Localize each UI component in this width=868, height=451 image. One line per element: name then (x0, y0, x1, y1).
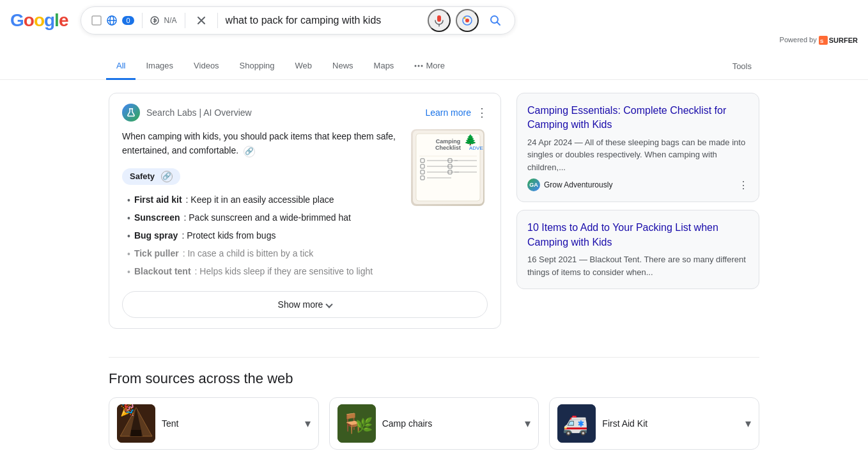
source-thumb-chairs: 🪑 🌿 (337, 404, 376, 443)
na-label: N/A (164, 16, 177, 25)
svg-point-16 (421, 65, 423, 67)
search-divider (142, 13, 143, 28)
checklist-svg: Camping Checklist 🌲 ADVENTUR (413, 131, 483, 204)
ext-checkbox (91, 15, 102, 26)
section-divider (109, 357, 759, 358)
left-column: Search Labs | AI Overview Learn more ⋮ W… (109, 93, 501, 344)
nav-item-images[interactable]: Images (136, 53, 183, 80)
ai-overview-header: Search Labs | AI Overview Learn more ⋮ (122, 104, 488, 122)
more-dots-icon (414, 61, 423, 70)
nav-item-maps[interactable]: Maps (364, 53, 405, 80)
chevron-down-icon (326, 301, 333, 308)
surfer-powered-bar: Powered by S SURFER (0, 36, 868, 45)
source-thumb-kit: 🚑 (557, 404, 596, 443)
search-bar: 0 N/A (81, 6, 515, 35)
svg-rect-0 (92, 16, 101, 25)
mic-icon (433, 14, 446, 27)
source-card-tent[interactable]: 🎉 Tent ▾ (109, 397, 319, 450)
clear-button[interactable] (193, 12, 210, 29)
svg-point-8 (465, 19, 469, 22)
ai-title-group: Search Labs | AI Overview (122, 104, 252, 122)
svg-rect-42 (131, 430, 141, 436)
bullet-term-3: Bug spray (134, 229, 178, 242)
svg-text:🌲: 🌲 (464, 134, 477, 146)
search-divider2 (185, 13, 185, 28)
checkbox-icon (91, 15, 102, 26)
nav-item-more[interactable]: More (404, 53, 455, 80)
bullet-term-2: Sunscreen (134, 211, 180, 225)
svg-text:Camping: Camping (435, 138, 460, 145)
ai-body: When camping with kids, you should pack … (122, 129, 488, 281)
svg-text:ADVENTUR: ADVENTUR (469, 145, 483, 151)
bullet-term-5: Blackout tent (134, 265, 191, 278)
bullet-desc-1: : Keep it in an easily accessible place (186, 193, 334, 207)
nav-item-web[interactable]: Web (285, 53, 323, 80)
nav-label-news: News (332, 61, 353, 70)
header: Google 0 N/A (0, 0, 868, 35)
google-logo: Google (10, 10, 68, 31)
source-chevron-chairs: ▾ (525, 416, 531, 431)
safety-section-header: Safety 🔗 (122, 168, 180, 185)
kit-image: 🚑 (557, 404, 596, 443)
surfer-icon: S (819, 36, 828, 45)
ext-count-badge: 0 (122, 16, 134, 25)
svg-text:🌿: 🌿 (355, 416, 373, 434)
lens-icon (461, 14, 474, 27)
main-content: Search Labs | AI Overview Learn more ⋮ W… (0, 80, 868, 344)
learn-more-link[interactable]: Learn more (425, 107, 471, 118)
search-input[interactable] (226, 15, 423, 26)
main-nav: All Images Videos Shopping Web News Maps… (0, 52, 868, 80)
lens-button[interactable] (456, 9, 479, 32)
svg-point-9 (464, 17, 466, 19)
source-card-first-aid[interactable]: 🚑 First Aid Kit ▾ (549, 397, 759, 450)
show-more-button[interactable]: Show more (122, 291, 488, 318)
result-title-1[interactable]: Camping Essentials: Complete Checklist f… (527, 104, 748, 132)
surfer-logo: S SURFER (819, 36, 858, 45)
nav-label-images: Images (146, 61, 173, 70)
search-button[interactable] (486, 12, 504, 29)
bullet-desc-3: : Protect kids from bugs (182, 229, 275, 242)
close-icon (196, 15, 207, 26)
section-link-chip[interactable]: 🔗 (161, 171, 173, 182)
surfer-text: SURFER (829, 36, 858, 44)
bullet-desc-5: : Helps kids sleep if they are sensitive… (195, 265, 373, 278)
bullet-blackout-tent: Blackout tent : Helps kids sleep if they… (127, 263, 401, 281)
section-label: Safety (130, 171, 155, 181)
tent-image: 🎉 (117, 404, 155, 443)
svg-point-14 (415, 65, 417, 67)
bullet-term-1: First aid kit (134, 193, 182, 207)
svg-text:🎉: 🎉 (120, 404, 135, 417)
nav-label-videos: Videos (194, 61, 219, 70)
bullet-desc-2: : Pack sunscreen and a wide-brimmed hat (184, 211, 351, 225)
mic-button[interactable] (428, 9, 451, 32)
source-thumb-tent: 🎉 (117, 404, 155, 443)
ext-globe (107, 15, 117, 26)
nav-item-videos[interactable]: Videos (183, 53, 229, 80)
nav-label-maps: Maps (374, 61, 394, 70)
search-divider3 (217, 13, 218, 28)
svg-point-15 (418, 65, 420, 67)
nav-item-news[interactable]: News (322, 53, 364, 80)
tools-button[interactable]: Tools (722, 54, 762, 79)
svg-text:Checklist: Checklist (435, 145, 460, 151)
source-name-1: Grow Adventurously (544, 180, 612, 189)
powered-by-text: Powered by (780, 36, 817, 45)
chairs-image: 🪑 🌿 (337, 404, 376, 443)
nav-item-all[interactable]: All (106, 53, 136, 80)
result-title-2[interactable]: 10 Items to Add to Your Packing List whe… (527, 221, 748, 249)
favicon-1: GA (527, 178, 540, 191)
result-card-2[interactable]: 10 Items to Add to Your Packing List whe… (516, 210, 759, 289)
result-snippet-1: 24 Apr 2024 — All of these sleeping bags… (527, 136, 748, 174)
search-bar-wrapper: 0 N/A (81, 6, 515, 35)
nav-label-all: All (116, 61, 125, 70)
bullet-desc-4: : In case a child is bitten by a tick (183, 247, 314, 260)
from-sources-section: From sources across the web 🎉 Tent ▾ (0, 370, 868, 450)
source-chevron-kit: ▾ (745, 416, 751, 431)
link-chip[interactable]: 🔗 (244, 146, 255, 157)
nav-item-shopping[interactable]: Shopping (229, 53, 285, 80)
result-card-1[interactable]: Camping Essentials: Complete Checklist f… (516, 93, 759, 202)
bullet-first-aid: First aid kit : Keep it in an easily acc… (127, 191, 401, 209)
ai-more-button[interactable]: ⋮ (476, 106, 488, 120)
result-more-button-1[interactable]: ⋮ (738, 179, 748, 191)
source-card-chairs[interactable]: 🪑 🌿 Camp chairs ▾ (329, 397, 539, 450)
